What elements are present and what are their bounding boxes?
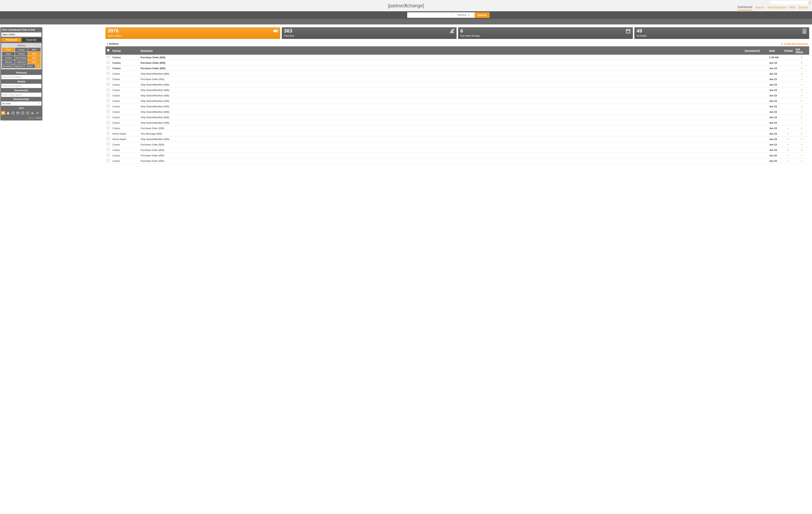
row-checkbox[interactable] (107, 110, 109, 113)
table-row[interactable]: CostcoPurchase Order (850)Jun 23✔ (106, 66, 809, 71)
inbound-icon[interactable] (21, 111, 25, 115)
filter-opt-accepted[interactable]: Accepted (2, 64, 13, 68)
create-document-link[interactable]: Create New Document (781, 42, 808, 45)
tile-all-drafts[interactable]: 49All Drafts (634, 27, 809, 39)
filter-opt-both[interactable]: Both (28, 48, 40, 52)
table-row[interactable]: CostcoPurchase Order (850)Jun 23✔ (106, 60, 809, 66)
clock-icon[interactable] (11, 111, 15, 115)
actions-toggle[interactable]: Actions (107, 42, 119, 45)
close-link[interactable]: Close (35, 117, 41, 119)
table-row[interactable]: CostcoShip Notice/Manifest (856)Jun 23✔ (106, 115, 809, 120)
nav-system[interactable]: System (798, 6, 808, 10)
row-checkbox[interactable] (107, 154, 109, 156)
row-checkbox[interactable] (107, 121, 109, 124)
row-checkbox[interactable] (107, 67, 109, 69)
cash-icon[interactable] (1, 111, 5, 115)
calendar-icon[interactable] (16, 111, 20, 115)
outbound-icon[interactable] (26, 111, 30, 115)
nav-administration[interactable]: Administration (767, 6, 786, 10)
table-row[interactable]: CostcoShip Notice/Manifest (856)Jun 23✔ (106, 104, 809, 109)
table-row[interactable]: CostcoPurchase Order (850)Jun 23✔✔ (106, 147, 809, 153)
row-checkbox[interactable] (107, 116, 109, 118)
row-checkbox[interactable] (107, 61, 109, 64)
gear-icon[interactable]: ⚙ (809, 1, 811, 4)
row-checkbox[interactable] (107, 159, 109, 162)
filter-opt-rejected[interactable]: Rejected (13, 64, 24, 68)
table-row[interactable]: CostcoShip Notice/Manifest (856)Jun 23✔ (106, 98, 809, 104)
header-ack[interactable]: Ack Status (794, 47, 809, 55)
table-row[interactable]: CostcoShip Notice/Manifest (856)Jun 23✔ (106, 71, 809, 77)
row-checkbox[interactable] (107, 127, 109, 129)
table-row[interactable]: CostcoPurchase Order (850)1:35 AM✔ (106, 55, 809, 60)
cell-doc-id (743, 77, 767, 82)
search-mode-select[interactable]: Find Any ▼ (452, 12, 475, 18)
check-icon: ✔ (787, 132, 789, 135)
header-doc-id[interactable]: Document ID (743, 47, 767, 55)
row-checkbox[interactable] (107, 56, 109, 58)
filter-opt-unread[interactable]: Unread (15, 52, 28, 56)
filter-opt-closed[interactable]: Closed (15, 48, 28, 52)
filter-opt-inbound[interactable]: Inbound (2, 60, 14, 64)
row-checkbox[interactable] (107, 94, 109, 96)
row-checkbox[interactable] (107, 148, 109, 151)
cell-document: Ship Notice/Manifest (856) (139, 137, 743, 142)
tile-past-due[interactable]: 363Past Due (282, 27, 457, 39)
filter-opt-both[interactable]: Both (28, 56, 40, 60)
search-input[interactable] (407, 12, 452, 18)
apply-link[interactable]: Apply (28, 117, 34, 119)
checkbox-header[interactable] (106, 47, 111, 55)
header-document[interactable]: Document (139, 47, 743, 55)
table-row[interactable]: Home DepotShip Notice/Manifest (856)Jun … (106, 137, 809, 142)
header-date[interactable]: Date (767, 47, 783, 55)
filter-name-input[interactable] (1, 32, 41, 37)
table-row[interactable]: CostcoPurchase Order (850)Jun 23✔ (106, 77, 809, 82)
table-row[interactable]: CostcoShip Notice/Manifest (856)Jun 23✔ (106, 82, 809, 87)
table-row[interactable]: CostcoPurchase Order (850)Jun 22✔✔ (106, 153, 809, 158)
row-checkbox[interactable] (107, 105, 109, 107)
filter-opt-all[interactable]: All (35, 64, 40, 68)
account-input[interactable] (770, 1, 808, 4)
filter-opt-read[interactable]: Read (2, 52, 14, 56)
table-row[interactable]: CostcoPurchase Order (850)Jun 23✔✔ (106, 125, 809, 131)
tab-expected[interactable]: Expected (22, 38, 42, 42)
filter-opt-both[interactable]: Both (28, 52, 40, 56)
documents-select[interactable]: Select Some Options (1, 92, 41, 97)
nav-search[interactable]: Search (755, 6, 765, 10)
search-button[interactable]: Search (474, 12, 490, 18)
header-printed[interactable]: Printed (783, 47, 794, 55)
chart-icon[interactable] (30, 111, 35, 115)
partners-select[interactable]: Select Some Options (1, 75, 41, 79)
table-row[interactable]: CostcoPurchase Order (850)Jun 23✔✔ (106, 142, 809, 147)
filter-opt-open[interactable]: Open (2, 48, 14, 52)
cell-partner: Costco (111, 147, 139, 153)
received-select[interactable]: Any Date ▼ (1, 101, 41, 106)
row-checkbox[interactable] (107, 132, 109, 134)
row-checkbox[interactable] (107, 78, 109, 80)
row-checkbox[interactable] (107, 99, 109, 102)
tab-processed[interactable]: Processed (1, 38, 22, 42)
row-checkbox[interactable] (107, 89, 109, 91)
table-row[interactable]: CostcoShip Notice/Manifest (856)Jun 23✔ (106, 120, 809, 125)
row-checkbox[interactable] (107, 72, 109, 74)
row-checkbox[interactable] (107, 138, 109, 140)
table-row[interactable]: CostcoShip Notice/Manifest (856)Jun 23✔ (106, 93, 809, 98)
filter-opt-errors[interactable]: Errors (24, 64, 35, 68)
pastdue-icon[interactable] (6, 111, 10, 115)
header-partner[interactable]: Partner (111, 47, 139, 55)
row-checkbox[interactable] (107, 83, 109, 86)
filter-opt-both[interactable]: Both (28, 60, 40, 64)
row-checkbox[interactable] (107, 143, 109, 146)
table-row[interactable]: Home DepotText Message (864)Jun 23✔✔ (106, 131, 809, 137)
filter-opt-outbound[interactable]: Outbound (15, 60, 28, 64)
alerts-select[interactable]: Select Some Options (1, 84, 41, 88)
check-icon[interactable] (35, 111, 39, 115)
table-row[interactable]: CostcoShip Notice/Manifest (856)Jun 23✔ (106, 87, 809, 93)
tile-due-next-30-days[interactable]: 6Due Next 30 Days (458, 27, 633, 39)
tile-open-orders[interactable]: 3976Open Orders (106, 27, 280, 39)
table-row[interactable]: CostcoShip Notice/Manifest (856)Jun 23✔ (106, 109, 809, 115)
nav-help[interactable]: Help (789, 6, 795, 10)
nav-dashboard[interactable]: Dashboard (737, 5, 752, 10)
filter-opt-not-printed[interactable]: Not Printed (15, 56, 28, 60)
table-row[interactable]: CostcoPurchase Order (850)Jun 22✔✔ (106, 158, 809, 164)
filter-opt-printed[interactable]: Printed (2, 56, 14, 60)
